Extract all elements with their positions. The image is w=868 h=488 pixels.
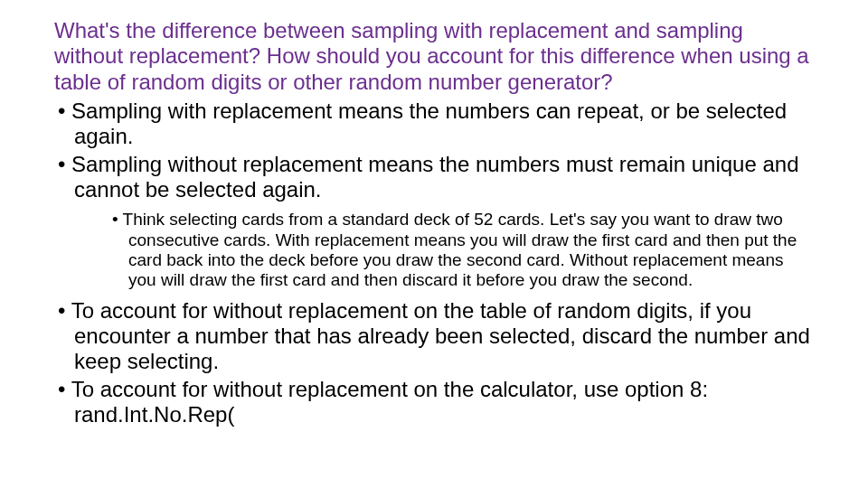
bullet-calculator-option: To account for without replacement on th… xyxy=(54,377,814,428)
bullet-without-replacement: Sampling without replacement means the n… xyxy=(54,152,814,203)
slide-body: What's the difference between sampling w… xyxy=(0,0,868,488)
sub-bullet-cards-example: Think selecting cards from a standard de… xyxy=(108,210,814,291)
bullet-table-random-digits: To account for without replacement on th… xyxy=(54,298,814,375)
bullet-with-replacement: Sampling with replacement means the numb… xyxy=(54,99,814,150)
question-text: What's the difference between sampling w… xyxy=(54,18,814,95)
